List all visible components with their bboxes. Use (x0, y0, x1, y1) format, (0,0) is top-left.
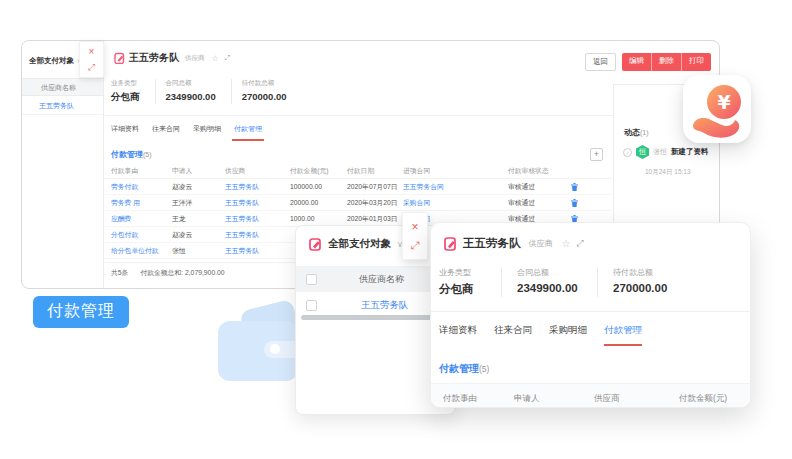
payment-objects-sidebar: 全部支付对象∨ 供应商名称 王五劳务队 × ⤢ (22, 41, 104, 288)
payment-reason-link[interactable]: 劳务费 用 (105, 198, 172, 208)
tab-payment[interactable]: 付款管理 (604, 324, 642, 346)
delete-icon[interactable] (571, 199, 578, 207)
stat-label: 业务类型 (111, 79, 140, 88)
cell-applicant: 王龙 (172, 214, 225, 224)
close-icon[interactable]: × (411, 221, 418, 233)
tab-purchase[interactable]: 采购明细 (549, 324, 587, 346)
cell-date: 2020年01月03日 (347, 214, 403, 224)
table-header-row: 付款事由 申请人 供应商 付款金额(元) 付款日期 进项合同 付款审核状态 (105, 164, 611, 179)
row-actions (571, 199, 589, 207)
horizontal-scrollbar[interactable] (301, 315, 433, 320)
section-count: (5) (479, 364, 489, 374)
panel-controls: × ⤢ (79, 41, 104, 78)
supplier-link[interactable]: 王五劳务队 (225, 182, 290, 192)
payment-reason-link[interactable]: 应酬费 (105, 214, 172, 224)
col-date: 付款日期 (347, 166, 403, 176)
supplier-link[interactable]: 王五劳务队 (225, 230, 290, 240)
supplier-link[interactable]: 王五劳务队 (361, 299, 409, 312)
add-payment-button[interactable]: + (590, 148, 603, 161)
stat-label: 业务类型 (439, 267, 481, 278)
cell-date: 2020年07月07日 (347, 182, 403, 192)
panel-controls: × ⤢ (402, 212, 428, 260)
stat-pending-total: 待付款总额 270000.00 (231, 79, 302, 104)
wallet-icon (218, 303, 302, 385)
stat-value: 270000.00 (613, 282, 667, 294)
stat-contract-total: 合同总额 2349900.00 (501, 267, 597, 297)
payment-reason-link[interactable]: 给分包单位付款 (105, 246, 172, 256)
tab-details[interactable]: 详细资料 (109, 124, 141, 141)
edit-button[interactable]: 编辑 (622, 53, 652, 71)
status-check-icon: ✓ (623, 148, 632, 157)
stat-label: 合同总额 (517, 267, 577, 278)
section-title-text: 付款管理 (439, 363, 479, 374)
cell-status: 审核通过 (508, 182, 571, 192)
payment-reason-link[interactable]: 劳务付款 (105, 182, 172, 192)
stat-value: 2349900.00 (166, 91, 216, 102)
section-title: 付款管理(5) (439, 362, 489, 376)
resize-diagonal-icon[interactable]: ⤢ (88, 63, 95, 72)
cell-amount: 1000.00 (290, 215, 347, 222)
supplier-link[interactable]: 王五劳务队 (225, 198, 290, 208)
record-doc-icon (444, 236, 457, 251)
tab-purchase[interactable]: 采购明细 (191, 124, 223, 141)
stat-value: 分包商 (111, 91, 140, 104)
col-amount: 付款金额(元) (290, 166, 347, 176)
tab-bar: 详细资料 往来合同 采购明细 付款管理 (109, 124, 264, 141)
table-row: 劳务费 用 王洋洋 王五劳务队 20000.00 2020年03月20日 采购合… (105, 195, 611, 211)
supplier-link[interactable]: 王五劳务队 (225, 246, 290, 256)
col-reason: 付款事由 (105, 166, 172, 176)
stat-label: 待付款总额 (613, 267, 667, 278)
payment-reason-link[interactable]: 分包付款 (105, 230, 172, 240)
delete-button[interactable]: 删除 (652, 53, 682, 71)
stat-business-type: 业务类型 分包商 (439, 267, 501, 297)
activity-item: ✓ 恒 张恒 新建了资料 (623, 145, 709, 159)
stat-pending-total: 待付款总额 270000.00 (597, 267, 687, 297)
svg-text:¥: ¥ (717, 91, 730, 113)
tab-contracts[interactable]: 往来合同 (494, 324, 532, 346)
sidebar-column-header: 供应商名称 (22, 78, 103, 96)
stats-row: 业务类型 分包商 合同总额 2349900.00 待付款总额 270000.00 (111, 79, 302, 104)
activity-timestamp: 10月24日 15:13 (645, 168, 691, 177)
tab-contracts[interactable]: 往来合同 (150, 124, 182, 141)
sidebar-title[interactable]: 全部支付对象∨ (29, 56, 82, 66)
record-type-label: 供应商 (529, 238, 553, 249)
activity-title-text: 动态 (624, 128, 640, 137)
action-button-group: 编辑 删除 打印 (622, 53, 711, 71)
print-button[interactable]: 打印 (682, 53, 711, 71)
activity-title: 动态(1) (624, 127, 649, 138)
tab-payment[interactable]: 付款管理 (232, 124, 264, 141)
cell-date: 2020年03月20日 (347, 198, 403, 208)
row-checkbox[interactable] (306, 300, 317, 311)
fullscreen-icon[interactable]: ⤢ (576, 238, 583, 249)
panel-title[interactable]: 全部支付对象 (328, 237, 391, 251)
cell-amount: 20000.00 (290, 199, 347, 206)
supplier-link[interactable]: 王五劳务队 (225, 214, 290, 224)
stat-value: 2349900.00 (517, 282, 577, 294)
activity-action: 新建了资料 (671, 147, 709, 157)
star-icon[interactable]: ☆ (562, 238, 571, 249)
sidebar-title-label: 全部支付对象 (29, 56, 74, 65)
col-amount: 付款金额(元) (679, 393, 750, 405)
col-supplier: 供应商 (594, 393, 679, 405)
stat-contract-total: 合同总额 2349900.00 (155, 79, 231, 104)
delete-icon[interactable] (571, 183, 578, 191)
select-all-checkbox[interactable] (306, 274, 317, 285)
stat-business-type: 业务类型 分包商 (111, 79, 155, 104)
tab-bar: 详细资料 往来合同 采购明细 付款管理 (439, 324, 642, 346)
sidebar-item-supplier[interactable]: 王五劳务队 (22, 97, 103, 115)
contract-link[interactable]: 采购合同 (403, 198, 508, 208)
cell-applicant: 赵凌云 (172, 182, 225, 192)
col-status: 付款审核状态 (508, 166, 571, 176)
col-reason: 付款事由 (431, 393, 514, 405)
stat-value: 分包商 (439, 282, 481, 297)
sum-label: 付款金额总和: (140, 269, 183, 276)
yen-hand-icon: ¥ (683, 75, 751, 143)
contract-link[interactable]: 王五劳务合同 (403, 182, 508, 192)
tab-details[interactable]: 详细资料 (439, 324, 477, 346)
resize-diagonal-icon[interactable]: ⤢ (411, 240, 420, 251)
sum-value: 2,079,900.00 (185, 269, 225, 276)
cell-applicant: 赵凌云 (172, 230, 225, 240)
table-header-row: 付款事由 申请人 供应商 付款金额(元) (431, 383, 750, 408)
close-icon[interactable]: × (89, 47, 95, 57)
record-title: 王五劳务队 (463, 236, 521, 251)
